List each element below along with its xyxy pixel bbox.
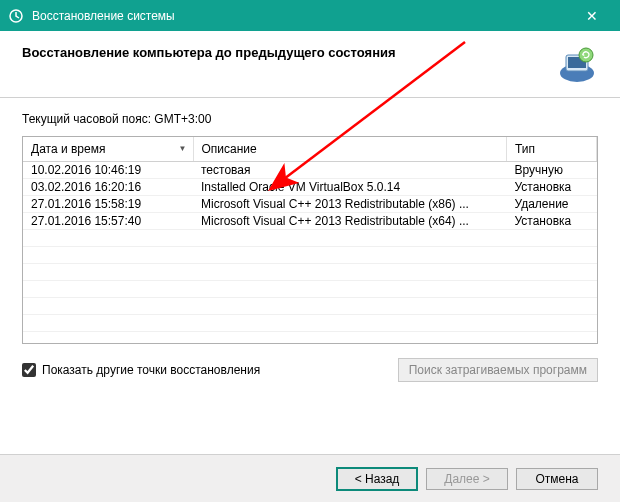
restore-points-table[interactable]: Дата и время▼ Описание Тип 10.02.2016 10… [22, 136, 598, 344]
scan-affected-button[interactable]: Поиск затрагиваемых программ [398, 358, 598, 382]
content-area: Текущий часовой пояс: GMT+3:00 Дата и вр… [0, 98, 620, 390]
cell-type: Установка [507, 179, 597, 196]
table-row[interactable]: 27.01.2016 15:58:19Microsoft Visual C++ … [23, 196, 597, 213]
window-title: Восстановление системы [32, 9, 572, 23]
cell-date: 10.02.2016 10:46:19 [23, 162, 193, 179]
page-heading: Восстановление компьютера до предыдущего… [22, 45, 548, 60]
col-header-date[interactable]: Дата и время▼ [23, 137, 193, 162]
table-row[interactable]: 10.02.2016 10:46:19тестоваяВручную [23, 162, 597, 179]
table-row [23, 315, 597, 332]
table-row [23, 281, 597, 298]
sort-desc-icon: ▼ [179, 144, 187, 153]
table-row [23, 298, 597, 315]
cell-date: 27.01.2016 15:57:40 [23, 213, 193, 230]
cell-date: 03.02.2016 16:20:16 [23, 179, 193, 196]
system-restore-icon [556, 45, 598, 87]
table-row [23, 230, 597, 247]
show-more-checkbox[interactable]: Показать другие точки восстановления [22, 363, 398, 377]
cell-date: 27.01.2016 15:58:19 [23, 196, 193, 213]
table-row [23, 264, 597, 281]
restore-icon [8, 8, 24, 24]
table-row[interactable]: 03.02.2016 16:20:16Installed Oracle VM V… [23, 179, 597, 196]
cell-type: Удаление [507, 196, 597, 213]
show-more-checkbox-label: Показать другие точки восстановления [42, 363, 260, 377]
cell-type: Вручную [507, 162, 597, 179]
cancel-button[interactable]: Отмена [516, 468, 598, 490]
table-row [23, 247, 597, 264]
back-button[interactable]: < Назад [336, 467, 418, 491]
cell-desc: Installed Oracle VM VirtualBox 5.0.14 [193, 179, 507, 196]
cell-desc: тестовая [193, 162, 507, 179]
col-header-desc[interactable]: Описание [193, 137, 507, 162]
cell-type: Установка [507, 213, 597, 230]
cell-desc: Microsoft Visual C++ 2013 Redistributabl… [193, 213, 507, 230]
next-button[interactable]: Далее > [426, 468, 508, 490]
wizard-header: Восстановление компьютера до предыдущего… [0, 31, 620, 98]
show-more-checkbox-input[interactable] [22, 363, 36, 377]
wizard-button-bar: < Назад Далее > Отмена [0, 454, 620, 502]
timezone-label: Текущий часовой пояс: GMT+3:00 [22, 112, 598, 126]
titlebar: Восстановление системы ✕ [0, 0, 620, 31]
col-header-type[interactable]: Тип [507, 137, 597, 162]
cell-desc: Microsoft Visual C++ 2013 Redistributabl… [193, 196, 507, 213]
close-button[interactable]: ✕ [572, 0, 612, 31]
table-row[interactable]: 27.01.2016 15:57:40Microsoft Visual C++ … [23, 213, 597, 230]
svg-point-4 [579, 48, 593, 62]
